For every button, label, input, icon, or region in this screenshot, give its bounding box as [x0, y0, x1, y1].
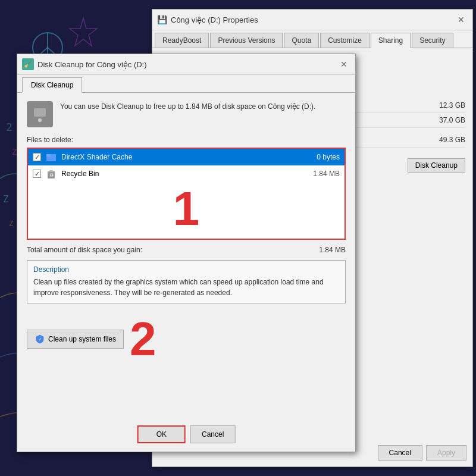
dc-checkbox-recycle[interactable] [33, 170, 41, 178]
svg-text:♻: ♻ [49, 173, 54, 178]
properties-close-button[interactable]: ✕ [455, 13, 468, 26]
properties-title: 💾 Công việc (D:) Properties [157, 15, 258, 24]
tab-customize[interactable]: Customize [320, 33, 369, 48]
dc-tab-bar: Disk Cleanup [17, 75, 355, 93]
dc-file-item-recycle[interactable]: ♻ Recycle Bin 1.84 MB [28, 165, 345, 182]
dc-total-value: 1.84 MB [319, 246, 346, 254]
dc-header-icon [27, 101, 53, 127]
tab-sharing[interactable]: Sharing [371, 33, 411, 48]
hdd-icon: 💾 [157, 15, 167, 24]
dc-file-name-directx: DirectX Shader Cache [61, 153, 312, 161]
disk-cleanup-button[interactable]: Disk Cleanup [408, 158, 465, 173]
dc-files-label: Files to delete: [27, 136, 346, 144]
dc-body: You can use Disk Cleanup to free up to 1… [17, 93, 355, 375]
dc-dialog-buttons: OK Cancel [137, 425, 236, 443]
dc-total-label: Total amount of disk space you gain: [27, 246, 142, 254]
svg-text:2: 2 [6, 121, 12, 133]
tab-readyboost[interactable]: ReadyBoost [155, 33, 209, 48]
shield-icon: ✓ [35, 334, 45, 345]
svg-marker-4 [70, 18, 97, 46]
dc-ok-button[interactable]: OK [137, 425, 186, 443]
dc-header-text: You can use Disk Cleanup to free up to 1… [60, 101, 315, 112]
properties-tabs: ReadyBoost Previous Versions Quota Custo… [152, 30, 472, 48]
svg-rect-23 [34, 108, 46, 117]
clean-btn-label: Clean up system files [48, 335, 116, 343]
svg-rect-28 [49, 170, 53, 172]
dc-file-item-directx[interactable]: DirectX Shader Cache 0 bytes [28, 149, 345, 165]
properties-titlebar: 💾 Công việc (D:) Properties ✕ [152, 10, 472, 30]
dc-recycle-icon: ♻ [46, 168, 57, 179]
dc-header: You can use Disk Cleanup to free up to 1… [27, 101, 346, 127]
svg-rect-26 [46, 154, 51, 156]
properties-title-text: Công việc (D:) Properties [171, 15, 258, 24]
dc-cancel-button[interactable]: Cancel [190, 425, 235, 443]
tab-quota[interactable]: Quota [284, 33, 319, 48]
tab-security[interactable]: Security [412, 33, 453, 48]
dc-title: 🧹 Disk Cleanup for Công việc (D:) [22, 58, 147, 70]
dc-folder-icon-directx [46, 152, 57, 162]
dc-description-text: Clean up files created by the graphics s… [33, 277, 339, 298]
dc-number-2: 2 [130, 312, 156, 367]
disk-icon-svg [29, 104, 51, 125]
dc-description-box: Description Clean up files created by th… [27, 260, 346, 303]
properties-apply-button[interactable]: Apply [426, 445, 466, 461]
svg-text:Z: Z [3, 193, 9, 205]
dc-file-size-recycle: 1.84 MB [313, 170, 340, 178]
dc-files-list[interactable]: DirectX Shader Cache 0 bytes ♻ Recycle B… [27, 148, 346, 240]
dc-title-text: Disk Cleanup for Công việc (D:) [37, 60, 147, 69]
dc-bottom-section: ✓ Clean up system files 2 [27, 312, 346, 367]
dc-number1-container: 1 [28, 185, 345, 239]
dc-total-row: Total amount of disk space you gain: 1.8… [27, 246, 346, 254]
dc-checkbox-directx[interactable] [33, 153, 41, 161]
dc-tab-cleanup[interactable]: Disk Cleanup [22, 77, 82, 93]
svg-text:✓: ✓ [38, 337, 42, 342]
svg-text:Z: Z [9, 220, 13, 228]
dc-file-name-recycle: Recycle Bin [61, 170, 308, 178]
disk-cleanup-dialog: 🧹 Disk Cleanup for Công việc (D:) ✕ Disk… [17, 54, 356, 452]
dc-number-1: 1 [28, 185, 345, 233]
shield-svg: ✓ [35, 334, 45, 344]
dc-file-size-directx: 0 bytes [317, 153, 340, 161]
properties-cancel-button[interactable]: Cancel [378, 445, 422, 461]
svg-point-24 [38, 118, 42, 122]
dc-close-button[interactable]: ✕ [337, 58, 350, 71]
properties-bottom-buttons: Cancel Apply [378, 445, 466, 461]
dc-description-title: Description [33, 265, 339, 274]
clean-system-files-button[interactable]: ✓ Clean up system files [27, 330, 124, 349]
dc-titlebar: 🧹 Disk Cleanup for Công việc (D:) ✕ [17, 54, 355, 75]
dc-icon: 🧹 [22, 58, 34, 70]
tab-previous-versions[interactable]: Previous Versions [210, 33, 283, 48]
